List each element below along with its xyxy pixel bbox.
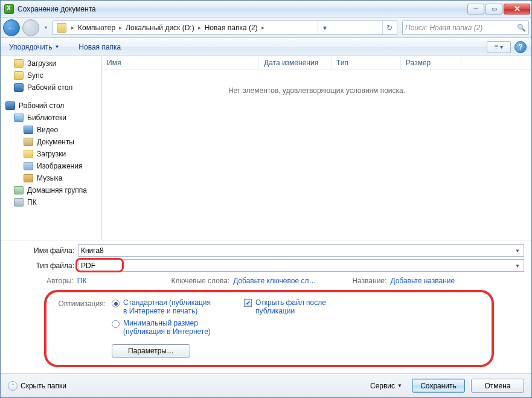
cancel-button[interactable]: Отмена: [471, 379, 524, 393]
empty-message: Нет элементов, удовлетворяющих условиям …: [102, 69, 531, 240]
authors-value[interactable]: ПК: [77, 277, 87, 285]
radio-standard[interactable]: Стандартная (публикация в Интернете и пе…: [112, 298, 214, 315]
app-icon: [4, 4, 14, 14]
parameters-button[interactable]: Параметры…: [112, 344, 190, 358]
radio-minimum[interactable]: Минимальный размер (публикация в Интерне…: [112, 319, 214, 336]
titlebar: Сохранение документа ─ ▭ ✕: [1, 1, 531, 18]
optimization-label: Оптимизация:: [55, 298, 106, 358]
breadcrumb-dropdown[interactable]: ▾: [318, 21, 331, 34]
breadcrumb[interactable]: ▸ Компьютер ▸ Локальный диск (D:) ▸ Нова…: [53, 21, 397, 35]
form-area: Имя файла: Книга8 ▼ Тип файла: PDF ▼ Авт…: [1, 240, 531, 373]
tree-item[interactable]: Видео: [1, 124, 101, 136]
chevron-down-icon: ▼: [54, 44, 59, 50]
radio-icon: [112, 300, 120, 307]
folder-icon: [14, 186, 24, 194]
checkbox-open-after[interactable]: Открыть файл после публикации: [244, 298, 346, 315]
breadcrumb-root-icon: [57, 23, 66, 33]
filetype-label: Тип файла:: [8, 262, 78, 270]
chevron-down-icon[interactable]: ▼: [513, 261, 522, 271]
chevron-right-icon: ▸: [71, 24, 74, 31]
folder-icon: [14, 198, 24, 207]
tree-item-label: Загрузки: [27, 59, 56, 68]
file-list: Имя Дата изменения Тип Размер Нет элемен…: [102, 56, 531, 240]
tree-item-label: Загрузки: [37, 150, 66, 158]
tree-item[interactable]: Домашняя группа: [1, 184, 101, 196]
search-placeholder: Поиск: Новая папка (2): [405, 24, 482, 32]
col-type[interactable]: Тип: [332, 56, 401, 69]
main-area: ЗагрузкиSyncРабочий столРабочий столБибл…: [1, 56, 531, 240]
authors-label: Авторы:: [46, 277, 74, 285]
col-size[interactable]: Размер: [401, 56, 461, 69]
tree-item-label: Библиотеки: [27, 114, 66, 122]
folder-icon: [24, 150, 33, 158]
folder-icon: [24, 174, 33, 182]
folder-icon: [14, 83, 24, 92]
folder-icon: [14, 59, 24, 68]
toolbar: Упорядочить ▼ Новая папка ≡ ▾ ?: [1, 38, 531, 56]
col-name[interactable]: Имя: [102, 56, 259, 69]
tree-item-label: Домашняя группа: [27, 186, 87, 194]
tree-item[interactable]: Изображения: [1, 160, 101, 172]
nav-history-dropdown[interactable]: ▾: [42, 19, 50, 36]
folder-icon: [24, 138, 33, 146]
maximize-button[interactable]: ▭: [486, 4, 502, 14]
service-menu[interactable]: Сервис ▼: [367, 380, 406, 391]
title-meta-label: Название:: [352, 277, 386, 285]
tree-item[interactable]: Рабочий стол: [1, 100, 101, 112]
folder-icon: [14, 114, 24, 122]
nav-back-button[interactable]: ←: [3, 19, 20, 36]
organize-menu[interactable]: Упорядочить ▼: [5, 42, 63, 53]
window-title: Сохранение документа: [18, 5, 466, 13]
tree-item-label: Sync: [27, 71, 43, 80]
tree-item[interactable]: ПК: [1, 196, 101, 208]
folder-icon: [24, 126, 33, 134]
breadcrumb-segment[interactable]: Компьютер: [77, 24, 117, 32]
tree-item-label: ПК: [27, 198, 37, 207]
filename-input[interactable]: Книга8 ▼: [78, 244, 524, 257]
folder-tree[interactable]: ЗагрузкиSyncРабочий столРабочий столБибл…: [1, 56, 102, 240]
view-options-button[interactable]: ≡ ▾: [487, 41, 511, 53]
folder-icon: [5, 101, 15, 110]
tree-item[interactable]: Рабочий стол: [1, 82, 101, 94]
folder-icon: [24, 162, 33, 170]
checkbox-icon: [244, 299, 252, 307]
tree-item[interactable]: Музыка: [1, 172, 101, 184]
tree-item-label: Видео: [37, 126, 58, 134]
new-folder-button[interactable]: Новая папка: [75, 42, 124, 53]
filetype-combo[interactable]: PDF ▼: [78, 259, 524, 272]
tree-item-label: Рабочий стол: [19, 101, 64, 110]
navbar: ← → ▾ ▸ Компьютер ▸ Локальный диск (D:) …: [1, 18, 531, 38]
save-button[interactable]: Сохранить: [412, 379, 465, 393]
search-icon[interactable]: 🔍: [517, 24, 526, 32]
tree-item[interactable]: Библиотеки: [1, 112, 101, 124]
minimize-button[interactable]: ─: [467, 4, 484, 14]
chevron-down-icon: ▼: [397, 383, 402, 388]
breadcrumb-segment[interactable]: Новая папка (2): [204, 24, 259, 32]
tree-item[interactable]: Загрузки: [1, 57, 101, 69]
radio-icon: [112, 320, 120, 328]
hide-folders-button[interactable]: ˄ Скрыть папки: [8, 381, 66, 391]
chevron-up-icon: ˄: [8, 381, 18, 391]
chevron-right-icon: ▸: [261, 24, 264, 31]
tree-item-label: Изображения: [37, 162, 82, 170]
chevron-right-icon: ▸: [198, 24, 201, 31]
keywords-value[interactable]: Добавьте ключевое сл…: [233, 277, 316, 285]
tree-item[interactable]: Загрузки: [1, 148, 101, 160]
tree-item[interactable]: Документы: [1, 136, 101, 148]
title-meta-value[interactable]: Добавьте название: [390, 277, 455, 285]
refresh-icon[interactable]: ↻: [382, 21, 396, 34]
tree-item-label: Документы: [37, 138, 74, 146]
tree-item-label: Музыка: [37, 174, 62, 182]
help-button[interactable]: ?: [514, 41, 527, 53]
chevron-down-icon[interactable]: ▼: [513, 246, 522, 255]
filename-label: Имя файла:: [8, 246, 78, 255]
close-button[interactable]: ✕: [504, 4, 530, 14]
options-highlight-box: Оптимизация: Стандартная (публикация в И…: [44, 290, 494, 367]
search-input[interactable]: Поиск: Новая папка (2) 🔍: [402, 21, 529, 35]
nav-forward-button[interactable]: →: [22, 19, 39, 36]
col-date[interactable]: Дата изменения: [259, 56, 332, 69]
tree-item[interactable]: Sync: [1, 69, 101, 82]
chevron-right-icon: ▸: [119, 24, 122, 31]
breadcrumb-segment[interactable]: Локальный диск (D:): [124, 24, 196, 32]
keywords-label: Ключевые слова:: [171, 277, 229, 285]
